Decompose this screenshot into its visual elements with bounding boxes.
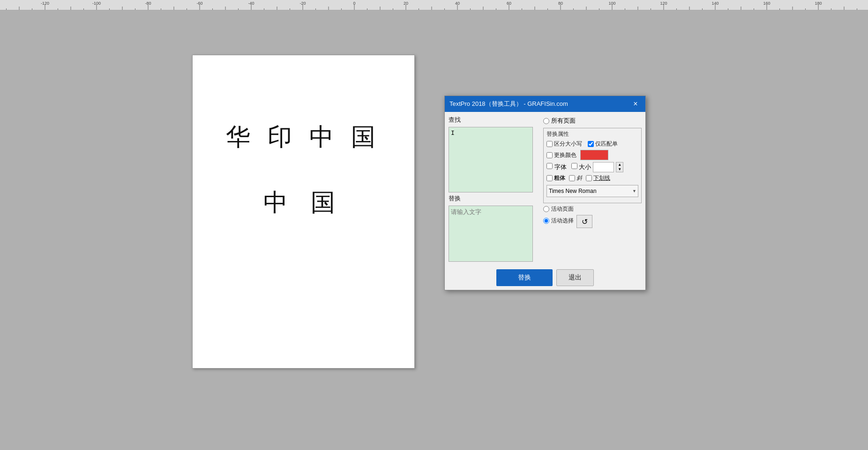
active-selection-label[interactable]: 活动选择	[551, 217, 574, 225]
svg-text:-40: -40	[248, 1, 254, 6]
replace-props-legend: 替换属性	[546, 130, 638, 138]
font-select-wrapper: Times New Roman Arial SimSun Microsoft Y…	[546, 185, 638, 197]
replace-props-group: 替换属性 区分大小写 仅匹配单	[543, 128, 642, 203]
dialog-titlebar: TextPro 2018（替换工具） - GRAFISin.com ×	[445, 96, 645, 112]
svg-text:20: 20	[404, 1, 408, 6]
all-pages-radio[interactable]	[543, 118, 549, 124]
replace-button[interactable]: 替换	[496, 269, 553, 286]
dialog-right-panel: 所有页面 替换属性 区分大小写 仅匹配单	[543, 116, 642, 262]
replace-textarea[interactable]	[449, 206, 533, 262]
active-selection-row: 活动选择 ↺	[543, 215, 642, 228]
change-color-checkbox[interactable]	[546, 152, 553, 158]
dialog-close-button[interactable]: ×	[630, 99, 641, 109]
svg-text:-120: -120	[41, 1, 49, 6]
svg-text:120: 120	[660, 1, 667, 6]
svg-text:100: 100	[608, 1, 615, 6]
italic-label[interactable]: 斜	[569, 174, 582, 182]
svg-text:-80: -80	[145, 1, 151, 6]
canvas-area: 华 印 中 国 中 国 TextPro 2018（替换工具） - GRAFISi…	[0, 10, 868, 450]
all-pages-label[interactable]: 所有页面	[551, 117, 576, 125]
font-checkbox-label[interactable]: 字体	[546, 163, 567, 171]
page-content: 华 印 中 国 中 国	[193, 55, 414, 247]
svg-text:80: 80	[558, 1, 563, 6]
svg-text:-60: -60	[196, 1, 202, 6]
bold-label[interactable]: 粗体	[546, 174, 565, 182]
svg-text:0: 0	[353, 1, 355, 6]
size-row: 字体 大小 12 ▲ ▼	[546, 162, 638, 172]
active-selection-radio[interactable]	[543, 218, 549, 224]
color-swatch[interactable]	[580, 150, 608, 160]
exit-button[interactable]: 退出	[556, 269, 594, 286]
size-spin-down[interactable]: ▼	[616, 167, 623, 172]
italic-checkbox[interactable]	[569, 175, 575, 181]
bold-checkbox[interactable]	[546, 175, 553, 181]
underline-label[interactable]: 下划线	[586, 174, 610, 182]
document-text-1: 华 印 中 国	[216, 121, 391, 154]
dialog-footer: 替换 退出	[445, 266, 645, 290]
checkbox-row-2: 更换颜色	[546, 150, 638, 160]
svg-text:160: 160	[763, 1, 770, 6]
font-checkbox[interactable]	[546, 163, 553, 169]
svg-text:140: 140	[711, 1, 718, 6]
underline-checkbox[interactable]	[586, 175, 592, 181]
font-select-row: Times New Roman Arial SimSun Microsoft Y…	[546, 185, 638, 197]
size-spinner: ▲ ▼	[616, 162, 623, 172]
size-checkbox[interactable]	[571, 163, 577, 169]
undo-button[interactable]: ↺	[576, 215, 592, 228]
size-input[interactable]: 12	[593, 162, 614, 172]
case-sensitive-checkbox[interactable]	[546, 141, 553, 147]
svg-text:40: 40	[455, 1, 460, 6]
find-textarea[interactable]: I	[449, 127, 533, 192]
change-color-label[interactable]: 更换颜色	[546, 151, 576, 159]
match-single-checkbox[interactable]	[588, 141, 594, 147]
dialog-body: 查找 I 替换 所有页面 替换属性	[445, 112, 645, 266]
active-page-label[interactable]: 活动页面	[551, 205, 574, 213]
all-pages-row: 所有页面	[543, 117, 642, 125]
case-sensitive-label[interactable]: 区分大小写	[546, 140, 582, 148]
font-select[interactable]: Times New Roman Arial SimSun Microsoft Y…	[546, 185, 638, 197]
active-selection-radio-row: 活动选择	[543, 217, 574, 225]
size-spin-up[interactable]: ▲	[616, 162, 623, 167]
document-page: 华 印 中 国 中 国	[192, 55, 415, 369]
document-text-2: 中 国	[216, 186, 391, 219]
active-page-row: 活动页面	[543, 205, 642, 213]
svg-text:180: 180	[815, 1, 822, 6]
active-page-radio[interactable]	[543, 206, 549, 212]
match-single-label[interactable]: 仅匹配单	[588, 140, 618, 148]
dialog-left-panel: 查找 I 替换	[449, 116, 539, 262]
svg-text:-100: -100	[92, 1, 101, 6]
replace-label: 替换	[449, 194, 539, 203]
svg-text:-20: -20	[299, 1, 306, 6]
dialog-title: TextPro 2018（替换工具） - GRAFISin.com	[449, 100, 568, 108]
checkbox-row-1: 区分大小写 仅匹配单	[546, 140, 638, 148]
style-row: 粗体 斜 下划线	[546, 174, 638, 182]
ruler: -120-100-80-60-40-2002040608010012014016…	[0, 0, 868, 10]
replace-dialog: TextPro 2018（替换工具） - GRAFISin.com × 查找 I…	[444, 96, 646, 290]
find-label: 查找	[449, 116, 539, 124]
svg-text:60: 60	[507, 1, 511, 6]
size-checkbox-label[interactable]: 大小	[571, 163, 591, 171]
